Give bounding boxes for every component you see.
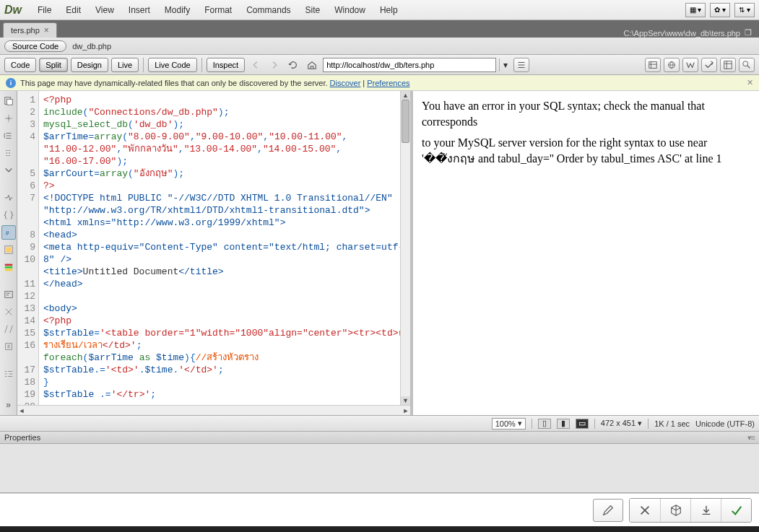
refresh-icon[interactable]: [285, 58, 301, 72]
menu-file[interactable]: File: [30, 2, 58, 18]
remove-comment-icon[interactable]: [1, 322, 16, 336]
highlight-invalid-icon[interactable]: [1, 243, 16, 257]
bottom-action-bar: [0, 493, 759, 526]
menu-view[interactable]: View: [88, 2, 121, 18]
preferences-link[interactable]: Preferences: [367, 79, 409, 87]
line-numbers-icon[interactable]: #: [1, 225, 16, 240]
dynamic-files-infobar: i This page may have dynamically-related…: [0, 75, 759, 91]
info-icon: i: [6, 78, 16, 88]
syntax-coloring-icon[interactable]: [1, 260, 16, 274]
address-dropdown-icon[interactable]: ▾: [499, 58, 511, 71]
live-view-button[interactable]: Live: [111, 58, 139, 72]
sql-error-line2: to your MySQL server version for the rig…: [422, 135, 750, 166]
check-page-icon[interactable]: [701, 58, 717, 72]
svg-text:#: #: [5, 230, 9, 237]
tablet-size-icon[interactable]: ▮: [557, 419, 570, 429]
menu-insert[interactable]: Insert: [121, 2, 157, 18]
menu-window[interactable]: Window: [327, 2, 373, 18]
close-infobar-icon[interactable]: ✕: [747, 78, 753, 87]
discover-link[interactable]: Discover: [330, 79, 361, 87]
address-bar[interactable]: http://localhost/dw_db/ters.php: [323, 58, 496, 72]
source-code-button[interactable]: Source Code: [4, 40, 66, 52]
scroll-left-icon[interactable]: ◄: [17, 407, 26, 414]
zoom-select[interactable]: 100% ▾: [492, 418, 526, 429]
sql-error-line1: You have an error in your SQL syntax; ch…: [422, 98, 750, 129]
menubar: Dw File Edit View Insert Modify Format C…: [0, 0, 759, 20]
menu-edit[interactable]: Edit: [58, 2, 88, 18]
download-button[interactable]: [690, 499, 721, 522]
live-code-button[interactable]: Live Code: [148, 58, 197, 72]
svg-rect-11: [4, 269, 12, 271]
panel-options-icon[interactable]: ▾≡: [747, 433, 755, 442]
svg-rect-9: [4, 264, 12, 266]
window-dimensions[interactable]: 472 x 451 ▾: [601, 419, 642, 428]
code-horizontal-scrollbar[interactable]: ◄ ►: [17, 405, 410, 415]
collapse-selection-icon[interactable]: [1, 146, 16, 160]
os-taskbar: [0, 526, 759, 532]
package-button[interactable]: [660, 499, 690, 522]
svg-rect-2: [724, 61, 732, 69]
indent-icon[interactable]: [1, 367, 16, 381]
svg-rect-5: [6, 99, 12, 105]
live-preview-pane: You have an error in your SQL syntax; ch…: [413, 91, 759, 415]
edit-button[interactable]: [593, 499, 623, 522]
w3c-validate-icon[interactable]: [682, 58, 698, 72]
scroll-thumb[interactable]: [402, 100, 409, 143]
restore-window-icon[interactable]: ❐: [745, 28, 752, 38]
menu-site[interactable]: Site: [298, 2, 328, 18]
document-tabbar: ters.php × C:\AppServ\www\dw_db\ters.php…: [0, 20, 759, 38]
preview-browser-icon[interactable]: [664, 58, 680, 72]
nav-forward-icon[interactable]: [266, 58, 282, 72]
scroll-right-icon[interactable]: ►: [402, 407, 410, 414]
scroll-down-icon[interactable]: ▼: [401, 396, 410, 405]
desktop-size-icon[interactable]: ▭: [576, 419, 589, 429]
phone-size-icon[interactable]: ▯: [538, 419, 551, 429]
sync-dropdown[interactable]: ⇅ ▾: [734, 3, 755, 17]
expand-all-icon[interactable]: [1, 163, 16, 178]
menu-format[interactable]: Format: [197, 2, 239, 18]
file-management-icon[interactable]: [645, 58, 661, 72]
layout-dropdown[interactable]: ▦ ▾: [685, 3, 706, 17]
menu-help[interactable]: Help: [373, 2, 405, 18]
live-view-options-icon[interactable]: [739, 58, 755, 72]
menu-commands[interactable]: Commands: [239, 2, 298, 18]
format-source-icon[interactable]: [1, 339, 16, 354]
related-files-bar: Source Code dw_db.php: [0, 38, 759, 55]
visual-aids-icon[interactable]: [720, 58, 736, 72]
balance-braces-icon[interactable]: [1, 208, 16, 222]
related-file[interactable]: dw_db.php: [72, 42, 111, 51]
extend-dropdown[interactable]: ✿ ▾: [710, 3, 730, 17]
split-view-button[interactable]: Split: [39, 58, 67, 72]
line-number-gutter: 1234567891011121314151617181920: [17, 91, 39, 405]
svg-point-3: [743, 61, 748, 66]
menu-modify[interactable]: Modify: [157, 2, 197, 18]
cancel-button[interactable]: [630, 499, 660, 522]
code-vertical-scrollbar[interactable]: ▲ ▼: [400, 91, 410, 405]
home-icon[interactable]: [304, 58, 320, 72]
more-chevron-icon[interactable]: »: [1, 398, 16, 412]
code-editor[interactable]: <?php include("Connections/dw_db.php"); …: [39, 91, 410, 405]
code-view-button[interactable]: Code: [4, 58, 36, 72]
document-tab[interactable]: ters.php ×: [3, 22, 57, 38]
select-parent-tag-icon[interactable]: [1, 191, 16, 205]
nav-back-icon[interactable]: [248, 58, 264, 72]
code-pane: 1234567891011121314151617181920 <?php in…: [17, 91, 413, 415]
inspect-button[interactable]: Inspect: [207, 58, 245, 72]
svg-point-6: [7, 117, 10, 120]
scroll-up-icon[interactable]: ▲: [401, 91, 410, 100]
properties-panel-header[interactable]: Properties ▾≡: [0, 431, 759, 444]
properties-title: Properties: [4, 433, 40, 442]
collapse-full-tag-icon[interactable]: [1, 128, 16, 143]
list-options-icon[interactable]: [513, 58, 529, 72]
design-view-button[interactable]: Design: [71, 58, 108, 72]
properties-panel: [0, 444, 759, 493]
file-size-label: 1K / 1 sec: [654, 419, 690, 428]
close-tab-icon[interactable]: ×: [44, 25, 49, 35]
apply-comment-icon[interactable]: [1, 305, 16, 319]
open-documents-icon[interactable]: [1, 94, 16, 108]
infobar-text: This page may have dynamically-related f…: [20, 79, 328, 87]
show-code-navigator-icon[interactable]: [1, 111, 16, 126]
confirm-button[interactable]: [721, 499, 751, 522]
document-toolbar: Code Split Design Live Live Code Inspect…: [0, 55, 759, 75]
word-wrap-icon[interactable]: [1, 287, 16, 302]
